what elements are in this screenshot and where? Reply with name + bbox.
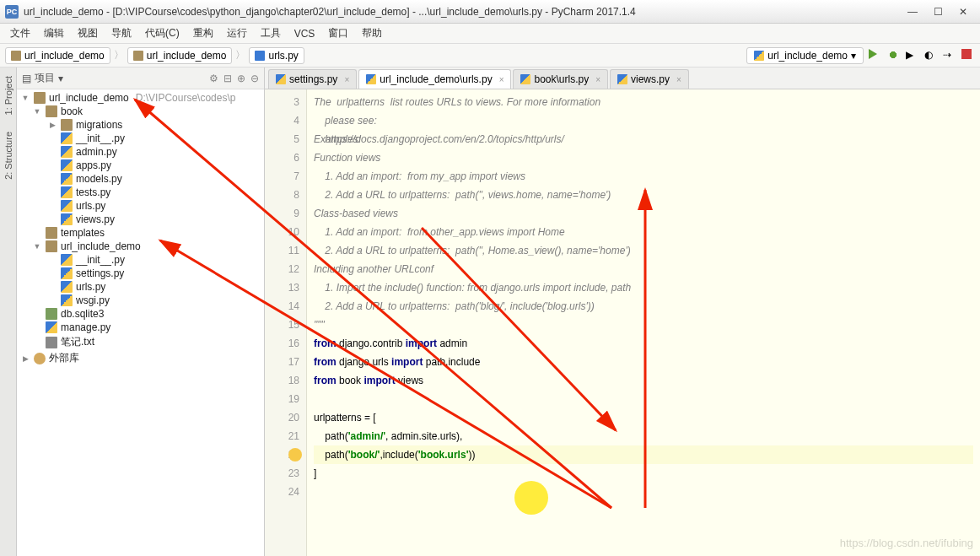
close-icon[interactable]: × [595,75,600,84]
menu-工具[interactable]: 工具 [256,24,286,42]
collapse-icon[interactable]: ⊟ [223,73,232,84]
tree-node[interactable]: __init__.py [17,253,264,267]
menu-窗口[interactable]: 窗口 [323,24,353,42]
tree-arrow[interactable]: ▼ [32,242,42,251]
tree-node[interactable]: 笔记.txt [17,334,264,350]
tree-node[interactable]: urls.py [17,280,264,294]
structure-tool-tab[interactable]: 2: Structure [2,127,15,185]
editor-tab[interactable]: views.py× [610,69,689,89]
tree-arrow[interactable]: ▼ [32,107,42,116]
settings-icon[interactable]: ⚙ [209,73,218,84]
code-line-22[interactable]: path('book/',include('book.urls')) [314,445,973,464]
txf-icon [46,337,57,348]
tree-node[interactable]: ▶migrations [17,118,264,132]
tree-label: book [61,105,83,117]
menu-编辑[interactable]: 编辑 [39,24,69,42]
attach-button[interactable]: ⇢ [943,49,956,62]
intention-bulb-icon[interactable] [288,448,302,462]
menu-重构[interactable]: 重构 [188,24,218,42]
editor-tab[interactable]: url_include_demo\urls.py× [358,69,511,89]
menu-运行[interactable]: 运行 [222,24,252,42]
tree-node[interactable]: admin.py [17,145,264,159]
breadcrumb-item[interactable]: urls.py [249,47,304,64]
tree-node[interactable]: db.sqlite3 [17,307,264,321]
breadcrumb-item[interactable]: url_include_demo [5,47,110,64]
tree-node[interactable]: templates [17,226,264,240]
tree-node[interactable]: ▼url_include_demo [17,240,264,253]
project-tree[interactable]: ▼url_include_demoD:\VIPCourse\codes\p▼bo… [17,89,264,556]
code-line-20[interactable]: urlpatterns = [ [314,408,973,427]
code-line-11[interactable]: 2. Add a URL to urlpatterns: path('', Ho… [314,241,973,260]
tree-node[interactable]: apps.py [17,159,264,172]
tree-arrow[interactable]: ▼ [20,94,30,102]
code-line-21[interactable]: path('admin/', admin.site.urls), [314,427,973,445]
close-button[interactable]: ✕ [951,3,975,20]
code-line-9[interactable]: Class-based views [314,204,973,223]
fld-icon [46,240,57,252]
project-tool-tab[interactable]: 1: Project [2,71,15,120]
menu-视图[interactable]: 视图 [73,24,103,42]
code-line-15[interactable]: """ [314,316,973,334]
code-line-19[interactable] [314,390,973,408]
tree-node[interactable]: tests.py [17,186,264,199]
run-button[interactable] [869,49,882,62]
run-with-coverage-button[interactable]: ▶ [906,49,919,62]
code-line-10[interactable]: 1. Add an import: from other_app.views i… [314,223,973,241]
code-area[interactable]: The urlpatterns list routes URLs to view… [307,89,980,556]
locate-icon[interactable]: ⊕ [237,73,245,84]
minimize-button[interactable]: — [901,3,924,20]
code-line-12[interactable]: Including another URLconf [314,260,973,278]
breadcrumb-item[interactable]: url_include_demo [127,47,233,64]
run-config-select[interactable]: url_include_demo ▾ [746,47,864,64]
tree-arrow[interactable]: ▶ [20,354,30,363]
code-line-16[interactable]: from django.contrib import admin [314,334,973,353]
tree-node[interactable]: ▶外部库 [17,350,264,366]
tree-node[interactable]: ▼url_include_demoD:\VIPCourse\codes\p [17,91,264,105]
tree-node[interactable]: ▼book [17,105,264,118]
code-line-7[interactable]: 1. Add an import: from my_app import vie… [314,167,973,186]
editor-tab[interactable]: settings.py× [268,69,357,89]
code-line-24[interactable] [314,483,973,501]
tree-node[interactable]: urls.py [17,199,264,213]
django-icon [754,51,764,61]
code-line-8[interactable]: 2. Add a URL to urlpatterns: path('', vi… [314,186,973,204]
pyf-icon [61,267,73,279]
close-icon[interactable]: × [499,75,504,84]
maximize-button[interactable]: ☐ [926,3,950,20]
tree-node[interactable]: wsgi.py [17,294,264,307]
code-line-17[interactable]: from django.urls import path,include [314,353,973,371]
tree-node[interactable]: settings.py [17,267,264,280]
stop-button[interactable] [961,49,975,62]
code-line-4[interactable]: please see: https://docs.djangoproject.c… [314,111,973,130]
debug-button[interactable] [887,49,901,62]
menu-文件[interactable]: 文件 [5,24,35,42]
menu-VCS[interactable]: VCS [289,26,320,41]
hide-icon[interactable]: ⊖ [250,73,259,84]
code-line-18[interactable]: from book import views [314,371,973,390]
tree-node[interactable]: __init__.py [17,132,264,145]
pyf-icon [61,146,73,158]
pyf-icon [61,294,73,306]
tree-arrow[interactable]: ▶ [47,121,57,129]
tab-label: settings.py [289,73,337,85]
code-line-3[interactable]: The urlpatterns list routes URLs to view… [314,93,973,111]
pyf-icon [61,213,73,225]
menu-代码(C)[interactable]: 代码(C) [140,24,185,42]
pyf-icon [61,200,73,212]
tree-node[interactable]: manage.py [17,321,264,334]
tree-node[interactable]: models.py [17,172,264,186]
code-line-6[interactable]: Function views [314,148,973,167]
close-icon[interactable]: × [344,75,349,84]
tree-node[interactable]: views.py [17,213,264,226]
menu-导航[interactable]: 导航 [106,24,137,42]
code-line-13[interactable]: 1. Import the include() function: from d… [314,278,973,297]
chevron-down-icon: ▾ [851,50,856,62]
close-icon[interactable]: × [676,75,681,84]
chevron-down-icon[interactable]: ▾ [58,73,63,84]
code-line-23[interactable]: ] [314,464,973,483]
menu-帮助[interactable]: 帮助 [357,24,387,42]
editor-tab[interactable]: book\urls.py× [513,69,608,89]
code-line-14[interactable]: 2. Add a URL to urlpatterns: path('blog/… [314,297,973,316]
code-editor[interactable]: 3456789101112131415161718192021222324 Th… [265,89,980,556]
profile-button[interactable]: ◐ [924,49,938,62]
